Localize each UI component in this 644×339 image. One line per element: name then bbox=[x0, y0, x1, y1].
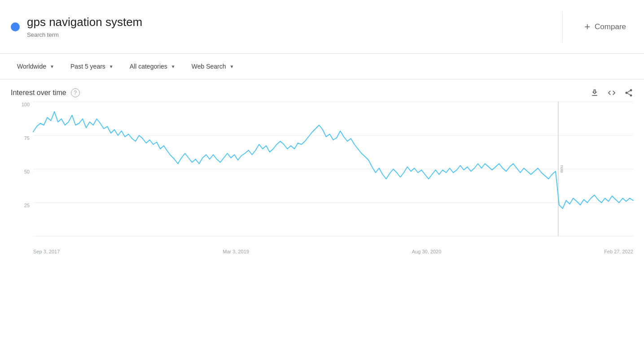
search-term-title: gps navigation system bbox=[27, 15, 142, 29]
y-label-25: 25 bbox=[11, 203, 33, 208]
y-axis: 100 75 50 25 bbox=[11, 102, 33, 236]
categories-dropdown[interactable]: All categories ▼ bbox=[123, 59, 182, 74]
download-icon[interactable] bbox=[590, 88, 599, 97]
chart-title-group: Interest over time ? bbox=[11, 88, 80, 97]
share-icon[interactable] bbox=[624, 88, 633, 97]
search-term-info: gps navigation system Search term bbox=[27, 15, 142, 38]
search-term-section: gps navigation system Search term bbox=[11, 15, 548, 38]
chevron-down-icon: ▼ bbox=[229, 64, 234, 69]
region-dropdown[interactable]: Worldwide ▼ bbox=[11, 59, 61, 74]
compare-label: Compare bbox=[595, 22, 626, 31]
chart-area: note bbox=[33, 102, 633, 236]
page-header: gps navigation system Search term + Comp… bbox=[0, 0, 644, 54]
chart-actions bbox=[590, 88, 633, 97]
chevron-down-icon: ▼ bbox=[109, 64, 114, 69]
svg-text:note: note bbox=[560, 165, 564, 173]
time-range-label: Past 5 years bbox=[70, 63, 105, 70]
time-range-dropdown[interactable]: Past 5 years ▼ bbox=[64, 59, 120, 74]
search-type-dropdown[interactable]: Web Search ▼ bbox=[185, 59, 241, 74]
x-label-sep2017: Sep 3, 2017 bbox=[33, 249, 60, 254]
x-axis: Sep 3, 2017 Mar 3, 2019 Aug 30, 2020 Feb… bbox=[33, 241, 633, 254]
region-label: Worldwide bbox=[17, 63, 46, 70]
filters-bar: Worldwide ▼ Past 5 years ▼ All categorie… bbox=[0, 54, 644, 79]
search-type-label: Web Search bbox=[192, 63, 226, 70]
x-label-aug2020: Aug 30, 2020 bbox=[412, 249, 441, 254]
chart-section: Interest over time ? bbox=[0, 79, 644, 254]
y-label-100: 100 bbox=[11, 102, 33, 107]
line-chart-svg: note bbox=[33, 102, 633, 236]
categories-label: All categories bbox=[130, 63, 167, 70]
plus-icon: + bbox=[584, 21, 590, 33]
y-label-50: 50 bbox=[11, 169, 33, 174]
header-divider bbox=[562, 11, 563, 43]
embed-icon[interactable] bbox=[607, 88, 616, 97]
chevron-down-icon: ▼ bbox=[171, 64, 175, 69]
chart-title: Interest over time bbox=[11, 89, 66, 97]
chevron-down-icon: ▼ bbox=[50, 64, 54, 69]
term-color-dot bbox=[11, 22, 20, 31]
search-term-label: Search term bbox=[27, 31, 142, 38]
x-label-mar2019: Mar 3, 2019 bbox=[223, 249, 249, 254]
x-label-feb2022: Feb 27, 2022 bbox=[604, 249, 633, 254]
chart-header: Interest over time ? bbox=[11, 88, 633, 97]
y-label-75: 75 bbox=[11, 135, 33, 141]
compare-button[interactable]: + Compare bbox=[577, 17, 633, 36]
chart-container: 100 75 50 25 note bbox=[11, 102, 633, 254]
help-icon[interactable]: ? bbox=[71, 88, 80, 97]
